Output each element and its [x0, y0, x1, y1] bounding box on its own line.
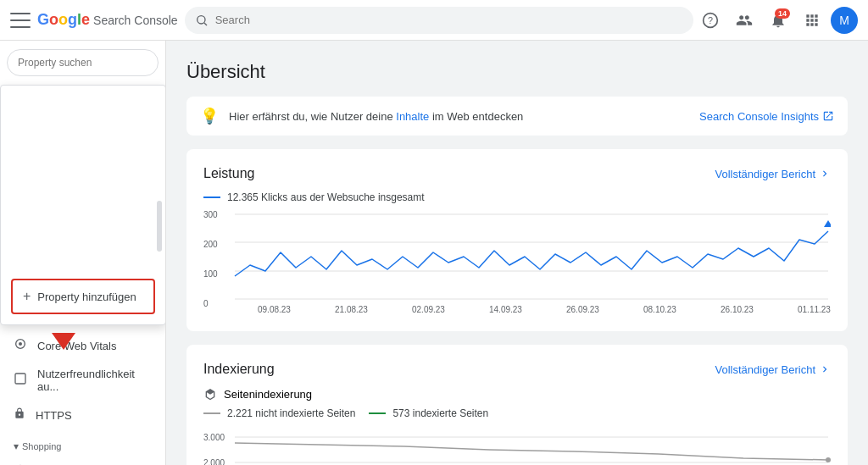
notifications-button[interactable]: 14: [763, 5, 793, 36]
leistung-x-axis: 09.08.23 21.08.23 02.09.23 14.09.23 26.0…: [232, 305, 831, 314]
page-title: Übersicht: [186, 61, 848, 83]
nutzerfreundlichkeit-icon: [14, 372, 27, 389]
property-dropdown: + Property hinzufügen: [0, 85, 166, 325]
page-index-icon: [203, 387, 217, 401]
sub-label: Seitenindexierung: [224, 388, 312, 401]
add-property-button[interactable]: + Property hinzufügen: [11, 279, 155, 314]
leistung-chart-svg: [232, 210, 831, 303]
indexierung-chart-svg: [232, 433, 831, 465]
search-icon: [195, 14, 209, 27]
shopping-section-label: ▾ Shopping: [0, 430, 165, 456]
sidebar-item-https[interactable]: HTTPS: [0, 400, 159, 430]
header: Google Search Console ? 14: [0, 0, 868, 41]
info-banner-text: Hier erfährst du, wie Nutzer deine Inhal…: [229, 110, 689, 123]
leistung-title: Leistung: [203, 166, 255, 181]
indexierung-card-header: Indexierung Vollständiger Bericht: [203, 362, 831, 377]
help-icon: ?: [702, 12, 719, 29]
add-property-label: Property hinzufügen: [37, 291, 136, 303]
arrow-indicator: [52, 333, 75, 350]
https-icon: [14, 407, 25, 423]
indexierung-legend: 2.221 nicht indexierte Seiten 573 indexi…: [203, 407, 831, 426]
app-body: + Property hinzufügen Core Web Vitals Nu…: [0, 41, 868, 465]
main-content: Übersicht 💡 Hier erfährst du, wie Nutzer…: [166, 41, 868, 465]
sidebar-item-label: HTTPS: [36, 409, 72, 422]
apps-icon: [804, 12, 821, 29]
svg-marker-17: [824, 220, 831, 227]
leistung-chart: 09.08.23 21.08.23 02.09.23 14.09.23 26.0…: [232, 210, 831, 314]
svg-point-5: [19, 342, 22, 346]
indexierung-sub-header: Seitenindexierung: [203, 387, 831, 401]
indexierung-y-axis: 3.000 2.000 1.000 0: [203, 433, 229, 465]
property-search-container: [0, 41, 165, 85]
sidebar-item-label: Core Web Vitals: [37, 340, 116, 352]
bulb-icon: 💡: [200, 107, 219, 125]
logo: Google Search Console: [37, 11, 178, 29]
indexierung-chart-area: 3.000 2.000 1.000 0: [203, 433, 831, 465]
svg-text:?: ?: [708, 15, 713, 25]
plus-icon: +: [23, 289, 31, 304]
chevron-right-icon: [819, 168, 831, 180]
legend-line-klicks: [203, 197, 220, 198]
sidebar: + Property hinzufügen Core Web Vitals Nu…: [0, 41, 166, 465]
leistung-card-header: Leistung Vollständiger Bericht: [203, 166, 831, 181]
property-list: [1, 86, 165, 272]
svg-point-0: [197, 15, 204, 23]
product-name: Search Console: [93, 14, 178, 27]
indexierung-chart: [232, 433, 831, 465]
accounts-button[interactable]: [729, 5, 760, 36]
menu-icon[interactable]: [10, 10, 31, 30]
search-console-insights-link[interactable]: Search Console Insights: [699, 110, 834, 123]
legend-nicht-indexiert: 2.221 nicht indexierte Seiten: [203, 407, 355, 419]
svg-point-22: [826, 457, 831, 462]
sidebar-item-nutzerfreundlichkeit[interactable]: Nutzerfreundlichkeit au...: [0, 361, 159, 400]
indexierung-card: Indexierung Vollständiger Bericht Seiten…: [186, 345, 848, 465]
notification-count: 14: [775, 8, 790, 19]
core-web-vitals-icon: [14, 337, 27, 354]
search-bar[interactable]: [185, 7, 693, 34]
chevron-right-icon-2: [819, 363, 831, 375]
indexierung-report-link[interactable]: Vollständiger Bericht: [715, 363, 831, 376]
legend-label-klicks: 12.365 Klicks aus der Websuche insgesamt: [227, 191, 425, 203]
svg-line-1: [204, 23, 207, 25]
search-input[interactable]: [215, 14, 683, 26]
info-banner: 💡 Hier erfährst du, wie Nutzer deine Inh…: [186, 97, 848, 136]
property-search-input[interactable]: [7, 49, 159, 76]
sidebar-item-core-web-vitals[interactable]: Core Web Vitals: [0, 330, 159, 361]
sidebar-item-label: Nutzerfreundlichkeit au...: [37, 368, 145, 393]
legend-indexiert: 573 indexierte Seiten: [369, 407, 488, 419]
accounts-icon: [736, 12, 753, 29]
leistung-report-link[interactable]: Vollständiger Bericht: [715, 168, 831, 180]
header-icons: ? 14 M: [695, 5, 858, 36]
svg-rect-6: [15, 374, 25, 384]
leistung-legend: 12.365 Klicks aus der Websuche insgesamt: [203, 191, 831, 203]
leistung-y-axis: 300 200 100 0: [203, 210, 229, 312]
sidebar-nav: Core Web Vitals Nutzerfreundlichkeit au.…: [0, 330, 165, 465]
apps-button[interactable]: [797, 5, 827, 36]
external-link-icon: [822, 110, 834, 122]
avatar[interactable]: M: [831, 7, 858, 34]
sidebar-item-produkt-snippets[interactable]: Produkt-Snippets: [0, 456, 159, 465]
help-button[interactable]: ?: [695, 5, 726, 36]
leistung-card: Leistung Vollständiger Bericht 12.365 Kl…: [186, 149, 848, 331]
leistung-chart-area: 300 200 100 0: [203, 210, 831, 314]
indexierung-title: Indexierung: [203, 362, 275, 377]
inhalte-link[interactable]: Inhalte: [396, 110, 429, 123]
